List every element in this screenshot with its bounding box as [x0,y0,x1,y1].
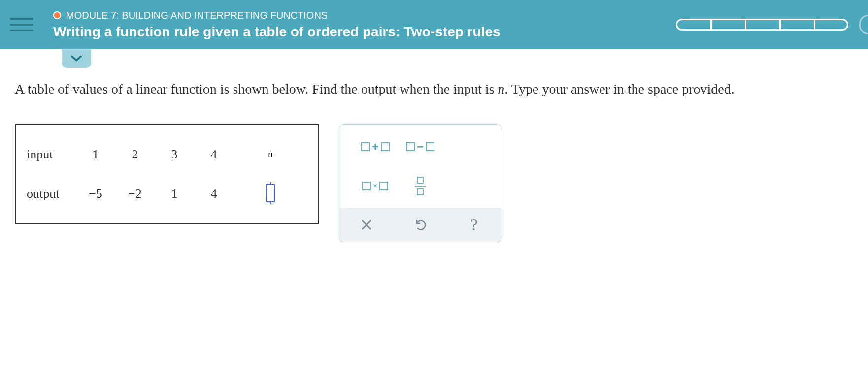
dropdown-tab[interactable] [62,49,91,68]
row-label-output: output [27,187,76,201]
progress-segment [745,19,779,31]
right-edge-icon [859,15,868,34]
progress-bar [676,19,848,31]
undo-icon [414,218,427,231]
placeholder-box-icon [406,142,415,151]
table-cell-var: n [234,150,307,159]
content-area: A table of values of a linear function i… [0,49,868,257]
table-cell: −5 [76,187,115,201]
question-text: A table of values of a linear function i… [15,79,853,99]
keypad-help-button[interactable]: ? [447,208,501,242]
progress-segment [779,19,814,31]
table-cell: 4 [194,187,234,201]
question-var: n [498,81,504,96]
table-row-input: input 1 2 3 4 n [27,135,307,174]
placeholder-box-icon [426,142,434,151]
question-mark-icon: ? [470,216,478,234]
chevron-down-icon [71,55,82,62]
keypad-multiply-button[interactable]: × [357,174,393,198]
function-table: input 1 2 3 4 n output −5 −2 1 4 [15,124,319,224]
plus-icon: + [372,140,379,154]
fraction-icon [415,177,426,195]
row-label-input: input [27,147,76,162]
module-label-text: MODULE 7: BUILDING AND INTERPRETING FUNC… [66,10,328,21]
keypad-actions: ? [339,208,501,242]
work-area: input 1 2 3 4 n output −5 −2 1 4 [15,124,853,242]
keypad-undo-button[interactable] [393,208,447,242]
question-before: A table of values of a linear function i… [15,81,498,96]
question-after: . Type your answer in the space provided… [504,81,734,96]
table-cell: 2 [115,147,155,162]
placeholder-box-icon [361,142,370,151]
answer-input[interactable] [266,184,275,202]
topic-title: Writing a function rule given a table of… [53,24,676,40]
placeholder-box-icon [381,142,390,151]
answer-cell [234,184,307,204]
keypad-add-button[interactable]: + [357,134,393,159]
progress-segment [676,19,710,31]
math-keypad: + − × [339,124,501,242]
table-row-output: output −5 −2 1 4 [27,174,307,214]
table-cell: 3 [155,147,194,162]
placeholder-box-icon [379,182,388,190]
table-cell: 4 [194,147,234,162]
keypad-clear-button[interactable] [339,208,393,242]
header-text: MODULE 7: BUILDING AND INTERPRETING FUNC… [53,10,676,40]
module-dot-icon [53,11,61,19]
placeholder-box-icon [362,182,371,190]
keypad-fraction-button[interactable] [402,174,438,198]
module-label: MODULE 7: BUILDING AND INTERPRETING FUNC… [53,10,676,21]
table-cell: 1 [155,187,194,201]
close-icon [361,219,372,231]
progress-segment [710,19,745,31]
times-icon: × [373,182,377,190]
progress-segment [814,19,848,31]
minus-icon: − [417,140,424,154]
app-header: MODULE 7: BUILDING AND INTERPRETING FUNC… [0,0,868,49]
table-cell: −2 [115,187,155,201]
keypad-subtract-button[interactable]: − [402,134,438,159]
table-cell: 1 [76,147,115,162]
menu-icon[interactable] [10,18,33,31]
